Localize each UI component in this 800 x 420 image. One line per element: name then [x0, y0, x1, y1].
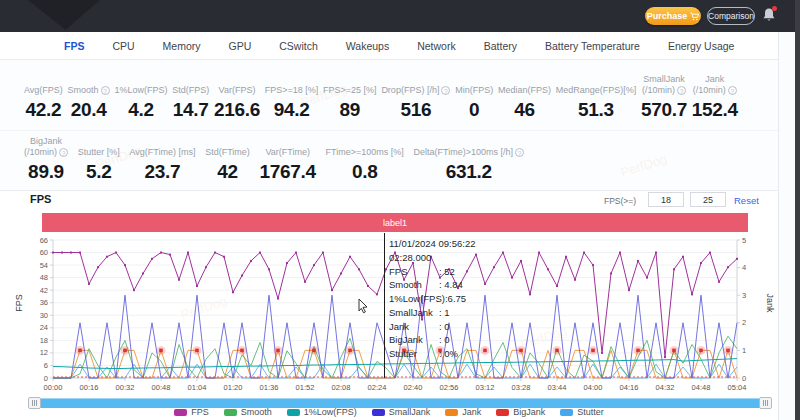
metric-value: 89	[340, 99, 361, 121]
logo	[28, 0, 100, 30]
svg-text:18: 18	[40, 336, 48, 345]
metric-cell: Delta(FTime)>100ms [/h]?631.2	[413, 136, 523, 183]
info-icon[interactable]: ?	[728, 86, 737, 95]
legend-label: BigJank	[513, 407, 545, 417]
svg-text:04:32: 04:32	[656, 383, 675, 392]
divider	[0, 130, 778, 131]
mouse-cursor	[358, 298, 369, 318]
metric-cell: Min(FPS)0	[455, 74, 493, 121]
tab-battery-temperature[interactable]: Battery Temperature	[531, 32, 654, 60]
legend-label: Jank	[462, 407, 481, 417]
svg-text:2: 2	[742, 318, 746, 327]
metric-value: 570.7	[641, 99, 687, 121]
legend-item-jank[interactable]: Jank	[445, 407, 481, 417]
metric-value: 5.2	[86, 161, 112, 183]
tab-memory[interactable]: Memory	[149, 32, 215, 60]
info-icon[interactable]: ?	[515, 148, 524, 157]
tab-gpu[interactable]: GPU	[215, 32, 266, 60]
info-icon[interactable]: ?	[59, 148, 68, 157]
metric-label: Median(FPS)	[498, 85, 551, 96]
metric-cell: Var(FTime)1767.4	[260, 136, 316, 183]
svg-text:48: 48	[40, 273, 48, 282]
section-title: FPS	[30, 193, 51, 205]
metric-label: Var(FTime)	[265, 147, 310, 158]
svg-text:0: 0	[44, 374, 48, 383]
purchase-label: Purchase	[647, 11, 688, 21]
tab-cpu[interactable]: CPU	[98, 32, 148, 60]
svg-text:54: 54	[40, 261, 48, 270]
metric-cell: 1%Low(FPS)4.2	[114, 74, 167, 121]
legend-marker	[224, 409, 237, 416]
reset-link[interactable]: Reset	[734, 195, 759, 206]
tab-network[interactable]: Network	[403, 32, 470, 60]
svg-text:0: 0	[742, 374, 746, 383]
chart-region-label-bar[interactable]: label1	[42, 213, 748, 232]
legend-item-1-low-fps-[interactable]: 1%Low(FPS)	[287, 407, 357, 417]
metric-label: Jank (/10min)?	[693, 74, 737, 96]
info-icon[interactable]: ?	[101, 86, 110, 95]
legend-item-stutter[interactable]: Stutter	[560, 407, 604, 417]
fps-threshold-input-1[interactable]	[648, 192, 684, 207]
svg-text:5: 5	[742, 236, 746, 245]
info-icon[interactable]: ?	[677, 86, 686, 95]
svg-text:01:36: 01:36	[260, 383, 279, 392]
svg-text:02:08: 02:08	[332, 383, 351, 392]
svg-text:05:04: 05:04	[728, 383, 747, 392]
legend-item-bigjank[interactable]: BigJank	[496, 407, 545, 417]
fps-threshold-input-2[interactable]	[690, 192, 726, 207]
tab-fps[interactable]: FPS	[50, 32, 98, 60]
notification-bell-icon[interactable]	[762, 7, 776, 24]
metric-label: Avg(FPS)	[24, 85, 63, 96]
svg-text:01:20: 01:20	[224, 383, 243, 392]
legend-marker	[496, 409, 509, 416]
metric-cell: Std(FPS)14.7	[172, 74, 209, 121]
purchase-button[interactable]: Purchase	[645, 7, 701, 25]
tab-cswitch[interactable]: CSwitch	[265, 32, 332, 60]
metric-value: 14.7	[173, 99, 209, 121]
info-icon[interactable]: ?	[441, 86, 450, 95]
metric-value: 89.9	[28, 161, 64, 183]
tab-energy-usage[interactable]: Energy Usage	[654, 32, 749, 60]
metric-cell: Avg(FPS)42.2	[24, 74, 63, 121]
metric-label: Drop(FPS) [/h]?	[381, 85, 450, 96]
svg-text:00:00: 00:00	[44, 383, 63, 392]
region-label: label1	[383, 218, 407, 228]
svg-text:3: 3	[742, 291, 746, 300]
comparison-label: Comparison	[708, 11, 754, 21]
metrics-row-2: BigJank (/10min)?89.9Stutter [%]5.2Avg(F…	[24, 136, 524, 183]
metric-value: 4.2	[128, 99, 154, 121]
tab-wakeups[interactable]: Wakeups	[332, 32, 403, 60]
tab-battery[interactable]: Battery	[470, 32, 531, 60]
svg-text:00:16: 00:16	[80, 383, 99, 392]
fps-chart[interactable]: 061218243036424854606601234500:0000:1600…	[30, 232, 770, 396]
svg-text:02:40: 02:40	[404, 383, 423, 392]
fps-threshold-label: FPS(>=)	[604, 196, 636, 206]
chart-canvas[interactable]: 061218243036424854606601234500:0000:1600…	[30, 232, 770, 396]
legend-label: Stutter	[577, 407, 604, 417]
svg-text:01:04: 01:04	[188, 383, 207, 392]
metric-value: 94.2	[274, 99, 310, 121]
legend-item-smooth[interactable]: Smooth	[224, 407, 272, 417]
legend-item-smalljank[interactable]: SmallJank	[372, 407, 431, 417]
metric-label: FPS>=18 [%]	[265, 85, 319, 96]
metric-label: FPS>=25 [%]	[323, 85, 377, 96]
metric-cell: Avg(FTime) [ms]23.7	[129, 136, 195, 183]
svg-text:30: 30	[40, 311, 48, 320]
svg-text:04:16: 04:16	[620, 383, 639, 392]
metric-value: 23.7	[145, 161, 181, 183]
svg-text:4: 4	[742, 263, 746, 272]
metric-label: Stutter [%]	[78, 147, 120, 158]
legend-label: FPS	[191, 407, 209, 417]
window-edge	[795, 0, 800, 420]
metric-cell: Var(FPS)216.6	[214, 74, 260, 121]
y-axis-title-left: FPS	[14, 294, 24, 312]
scrollbar-track[interactable]	[778, 32, 796, 420]
chart-legend: FPSSmooth1%Low(FPS)SmallJankJankBigJankS…	[0, 407, 778, 417]
legend-item-fps[interactable]: FPS	[174, 407, 209, 417]
metric-cell: FPS>=18 [%]94.2	[265, 74, 319, 121]
comparison-button[interactable]: Comparison	[707, 7, 755, 25]
metric-cell: Std(FTime)42	[205, 136, 250, 183]
metric-value: 0.8	[352, 161, 378, 183]
metric-cell: FPS>=25 [%]89	[323, 74, 377, 121]
metric-label: SmallJank (/10min)?	[642, 74, 686, 96]
